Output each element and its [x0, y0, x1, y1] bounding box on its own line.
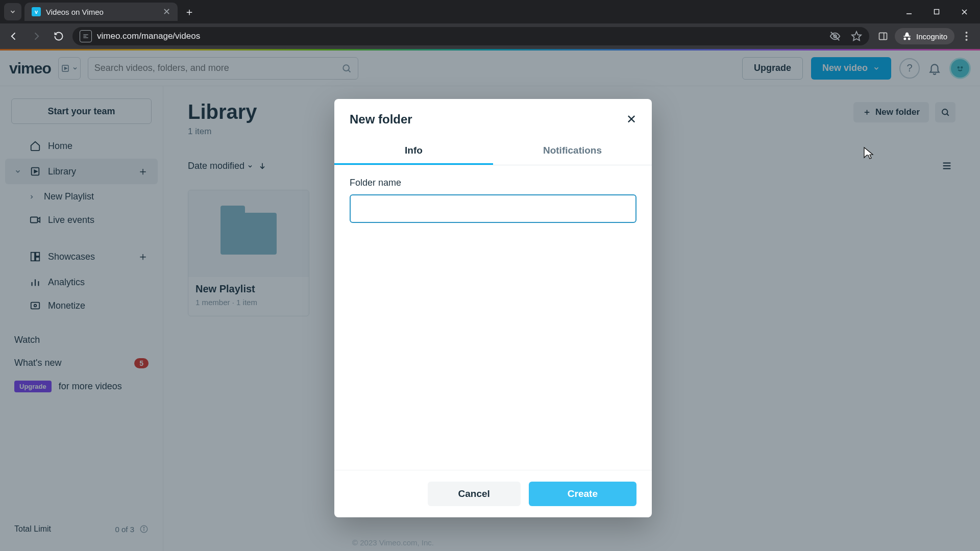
tab-notifications[interactable]: Notifications [493, 138, 652, 165]
create-button[interactable]: Create [529, 482, 636, 506]
close-tab-button[interactable]: ✕ [163, 6, 170, 17]
maximize-button[interactable] [925, 3, 948, 21]
modal-tabs: Info Notifications [334, 138, 652, 165]
new-tab-button[interactable]: ＋ [182, 4, 197, 19]
tab-info[interactable]: Info [334, 138, 493, 165]
vimeo-favicon-icon: v [32, 7, 41, 16]
svg-rect-10 [879, 33, 887, 39]
eye-off-icon[interactable] [829, 31, 841, 42]
svg-point-13 [965, 35, 967, 37]
bookmark-icon[interactable] [851, 31, 862, 42]
side-panel-icon[interactable] [874, 28, 892, 45]
incognito-badge[interactable]: Incognito [895, 28, 954, 44]
forward-button[interactable] [28, 28, 45, 45]
close-window-button[interactable] [952, 3, 976, 21]
browser-tab[interactable]: v Videos on Vimeo ✕ [24, 3, 178, 21]
address-bar[interactable]: vimeo.com/manage/videos [72, 27, 869, 45]
folder-name-input[interactable] [350, 194, 636, 223]
reload-button[interactable] [50, 28, 67, 45]
tab-title: Videos on Vimeo [46, 8, 158, 16]
back-button[interactable] [5, 28, 22, 45]
close-modal-button[interactable]: ✕ [626, 112, 636, 127]
svg-point-14 [965, 39, 967, 41]
browser-tab-strip: v Videos on Vimeo ✕ ＋ [0, 0, 980, 23]
modal-title: New folder [350, 112, 412, 127]
url-text: vimeo.com/manage/videos [97, 31, 200, 41]
incognito-icon [902, 31, 912, 41]
minimize-button[interactable] [897, 3, 921, 21]
browser-toolbar: vimeo.com/manage/videos Incognito [0, 23, 980, 49]
svg-marker-9 [852, 32, 861, 40]
page-root: vimeo Upgrade New video ? Start your tea… [0, 49, 980, 551]
cancel-button[interactable]: Cancel [428, 482, 521, 506]
site-info-icon[interactable] [80, 30, 92, 42]
folder-name-label: Folder name [350, 178, 636, 188]
new-folder-modal: New folder ✕ Info Notifications Folder n… [334, 99, 652, 517]
svg-rect-1 [935, 10, 939, 14]
svg-point-12 [965, 32, 967, 34]
incognito-label: Incognito [916, 32, 947, 41]
window-controls [897, 3, 976, 21]
tab-search-button[interactable] [4, 3, 21, 20]
browser-menu-button[interactable] [958, 28, 975, 45]
